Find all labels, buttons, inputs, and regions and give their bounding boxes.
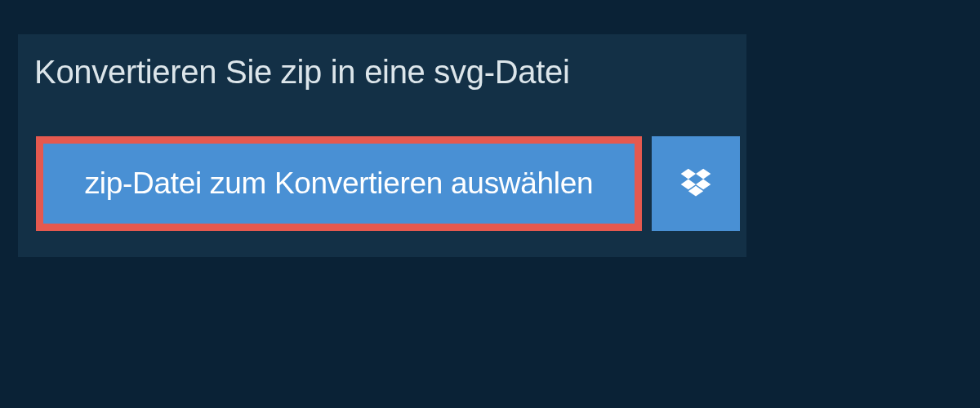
dropbox-button[interactable]	[652, 136, 740, 231]
page-title: Konvertieren Sie zip in eine svg-Datei	[34, 54, 598, 91]
upload-area: zip-Datei zum Konvertieren auswählen	[18, 110, 746, 257]
title-bar: Konvertieren Sie zip in eine svg-Datei	[18, 34, 624, 110]
dropbox-icon	[678, 166, 714, 202]
file-select-label: zip-Datei zum Konvertieren auswählen	[85, 166, 594, 201]
file-select-button[interactable]: zip-Datei zum Konvertieren auswählen	[36, 136, 642, 231]
converter-panel: Konvertieren Sie zip in eine svg-Datei z…	[18, 34, 746, 257]
